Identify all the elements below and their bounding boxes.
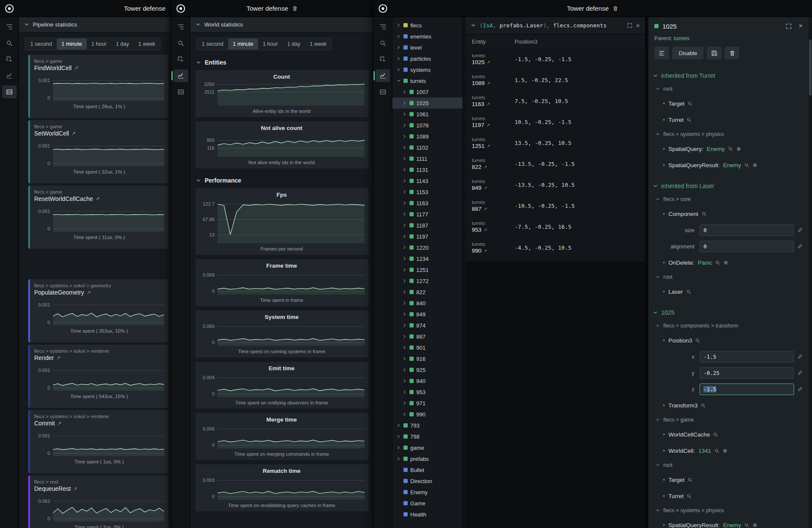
- magnifier-icon[interactable]: [687, 118, 691, 122]
- time-range-1-day[interactable]: 1 day: [282, 38, 305, 50]
- chev-right-icon[interactable]: [403, 323, 407, 327]
- tree-item-1007[interactable]: 1007: [392, 86, 462, 97]
- sidebar-chart-icon-button[interactable]: [174, 69, 188, 82]
- tree-item-enemies[interactable]: enemies: [392, 31, 462, 42]
- query-result-row[interactable]: turrets1163↗7.5, -0.25, 10.5: [466, 91, 645, 112]
- entity-id-link[interactable]: 1163: [472, 101, 484, 107]
- entity-id-link[interactable]: 1197: [472, 122, 484, 128]
- entity-id-link[interactable]: 1089: [472, 80, 485, 86]
- tree-mode-button[interactable]: [654, 47, 669, 59]
- open-link-icon[interactable]: ↗: [484, 206, 487, 211]
- tree-item-798[interactable]: 798: [392, 431, 462, 442]
- chev-right-icon[interactable]: [403, 190, 407, 194]
- component-group-header[interactable]: root: [648, 271, 809, 283]
- open-link-icon[interactable]: ↗: [484, 165, 487, 169]
- tree-item-990[interactable]: 990: [392, 409, 462, 420]
- open-link-icon[interactable]: ↗: [486, 102, 490, 106]
- section-header[interactable]: inherited from Turret: [648, 69, 809, 83]
- chev-right-icon[interactable]: [403, 301, 407, 305]
- sidebar-inspector-icon-button[interactable]: [376, 53, 390, 66]
- chev-right-icon[interactable]: [403, 412, 407, 416]
- chev-right-icon[interactable]: [403, 368, 407, 372]
- save-button[interactable]: [707, 47, 721, 59]
- time-range-1-second[interactable]: 1 second: [26, 38, 57, 50]
- tree-item-enemy[interactable]: Enemy: [392, 487, 462, 498]
- tree-item-793[interactable]: 793: [392, 420, 462, 431]
- time-range-1-week[interactable]: 1 week: [134, 38, 160, 50]
- sidebar-search-icon-button[interactable]: [376, 37, 390, 50]
- tree-item-916[interactable]: 916: [392, 353, 462, 364]
- sidebar-table-icon-button[interactable]: [2, 86, 17, 98]
- tree-item-flecs[interactable]: flecs: [392, 20, 462, 31]
- chev-right-icon[interactable]: [403, 245, 407, 250]
- entity-id-link[interactable]: 849: [472, 185, 482, 191]
- open-link-icon[interactable]: ↗: [484, 248, 487, 253]
- tree-item-1131[interactable]: 1131: [392, 164, 462, 175]
- chev-right-icon[interactable]: [403, 312, 407, 316]
- chev-right-icon[interactable]: [403, 345, 407, 350]
- query-result-row[interactable]: turrets887↗-10.5, -0.25, -1.5: [466, 195, 645, 216]
- tree-item-849[interactable]: 849: [392, 309, 462, 320]
- chev-right-icon[interactable]: [403, 179, 407, 183]
- chev-right-icon[interactable]: [403, 112, 407, 116]
- tree-item-1025[interactable]: 1025: [392, 97, 462, 109]
- chev-right-icon[interactable]: [397, 434, 401, 439]
- open-link-icon[interactable]: ↗: [57, 421, 61, 426]
- pencil-icon[interactable]: [797, 244, 803, 249]
- tree-item-971[interactable]: 971: [392, 398, 462, 409]
- magnifier-icon[interactable]: [687, 494, 691, 499]
- query-result-row[interactable]: turrets990↗-4.5, -0.25, 10.5: [466, 237, 645, 258]
- open-link-icon[interactable]: ↗: [87, 290, 91, 295]
- chev-right-icon[interactable]: [403, 101, 407, 105]
- tree-item-direction[interactable]: Direction: [392, 475, 462, 487]
- tree-item-1220[interactable]: 1220: [392, 242, 462, 253]
- section-header[interactable]: inherited from Laser: [648, 179, 809, 193]
- component-group-header[interactable]: flecs > components > transform: [648, 319, 809, 332]
- trash-icon[interactable]: [292, 5, 298, 12]
- open-link-icon[interactable]: ↗: [56, 355, 60, 361]
- chev-right-icon[interactable]: [403, 201, 407, 205]
- section-header-entities[interactable]: Entities: [190, 55, 373, 70]
- tree-item-1111[interactable]: 1111: [392, 153, 462, 164]
- close-icon[interactable]: ×: [636, 22, 640, 29]
- world-scroll-area[interactable]: 1 second1 minute1 hour1 day1 week Entiti…: [190, 32, 373, 528]
- component-value[interactable]: Enemy: [723, 162, 741, 168]
- time-range-1-minute[interactable]: 1 minute: [228, 38, 258, 50]
- entity-id-link[interactable]: 887: [472, 206, 482, 212]
- inspector-scrollbar[interactable]: [809, 17, 812, 528]
- chev-right-icon[interactable]: [397, 45, 401, 50]
- chev-right-icon[interactable]: [403, 90, 407, 94]
- magnifier-icon[interactable]: [701, 403, 706, 408]
- magnifier-icon[interactable]: [702, 212, 706, 216]
- chev-right-icon[interactable]: [403, 390, 407, 394]
- tree-item-prefabs[interactable]: prefabs: [392, 453, 462, 464]
- delete-button[interactable]: [725, 47, 739, 59]
- tree-item-1089[interactable]: 1089: [392, 131, 462, 142]
- component-group-header[interactable]: flecs > game: [648, 413, 809, 426]
- component-group-header[interactable]: flecs > core: [648, 193, 809, 206]
- sidebar-chart-icon-button[interactable]: [376, 69, 390, 82]
- chev-right-icon[interactable]: [397, 445, 401, 450]
- chev-right-icon[interactable]: [397, 68, 401, 72]
- close-icon[interactable]: ×: [799, 23, 803, 29]
- pencil-icon[interactable]: [797, 227, 803, 233]
- chev-right-icon[interactable]: [403, 257, 407, 261]
- time-range-1-day[interactable]: 1 day: [111, 38, 134, 50]
- expand-icon[interactable]: [627, 23, 632, 28]
- sidebar-inspector-icon-button[interactable]: [174, 53, 188, 66]
- chev-right-icon[interactable]: [403, 279, 407, 283]
- entity-id-link[interactable]: 822: [472, 164, 482, 170]
- open-link-icon[interactable]: ↗: [484, 186, 487, 190]
- magnifier-icon[interactable]: [715, 260, 720, 265]
- parent-link[interactable]: turrets: [674, 35, 690, 41]
- chev-right-icon[interactable]: [403, 156, 407, 161]
- query-result-row[interactable]: turrets1089↗1.5, -0.25, 22.5: [466, 70, 645, 91]
- chev-right-icon[interactable]: [403, 134, 407, 139]
- magnifier-icon[interactable]: [728, 147, 733, 151]
- chev-right-icon[interactable]: [403, 334, 407, 339]
- tree-item-systems[interactable]: systems: [392, 64, 462, 75]
- chev-right-icon[interactable]: [403, 123, 407, 127]
- time-range-1-week[interactable]: 1 week: [305, 38, 332, 50]
- chev-right-icon[interactable]: [403, 268, 407, 272]
- tree-item-1143[interactable]: 1143: [392, 175, 462, 186]
